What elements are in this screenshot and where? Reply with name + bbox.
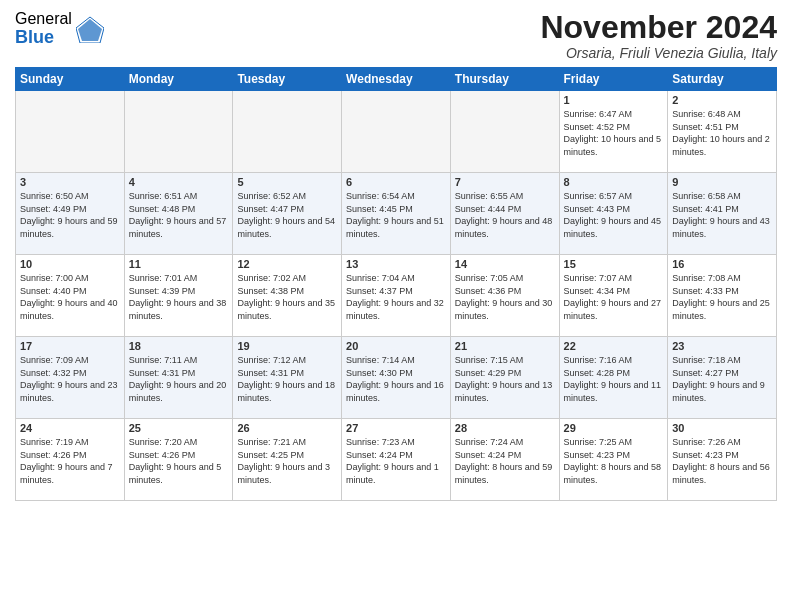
day-info: Sunrise: 7:12 AM Sunset: 4:31 PM Dayligh…: [237, 354, 337, 404]
table-row: 19Sunrise: 7:12 AM Sunset: 4:31 PM Dayli…: [233, 337, 342, 419]
day-number: 17: [20, 340, 120, 352]
day-info: Sunrise: 7:25 AM Sunset: 4:23 PM Dayligh…: [564, 436, 664, 486]
table-row: 25Sunrise: 7:20 AM Sunset: 4:26 PM Dayli…: [124, 419, 233, 501]
day-info: Sunrise: 7:00 AM Sunset: 4:40 PM Dayligh…: [20, 272, 120, 322]
day-number: 29: [564, 422, 664, 434]
day-info: Sunrise: 7:01 AM Sunset: 4:39 PM Dayligh…: [129, 272, 229, 322]
day-info: Sunrise: 6:51 AM Sunset: 4:48 PM Dayligh…: [129, 190, 229, 240]
logo-blue: Blue: [15, 28, 72, 48]
table-row: 29Sunrise: 7:25 AM Sunset: 4:23 PM Dayli…: [559, 419, 668, 501]
day-number: 1: [564, 94, 664, 106]
day-number: 20: [346, 340, 446, 352]
day-info: Sunrise: 7:11 AM Sunset: 4:31 PM Dayligh…: [129, 354, 229, 404]
day-info: Sunrise: 7:05 AM Sunset: 4:36 PM Dayligh…: [455, 272, 555, 322]
day-info: Sunrise: 7:15 AM Sunset: 4:29 PM Dayligh…: [455, 354, 555, 404]
day-info: Sunrise: 7:02 AM Sunset: 4:38 PM Dayligh…: [237, 272, 337, 322]
calendar-week-row: 17Sunrise: 7:09 AM Sunset: 4:32 PM Dayli…: [16, 337, 777, 419]
day-info: Sunrise: 7:23 AM Sunset: 4:24 PM Dayligh…: [346, 436, 446, 486]
day-number: 30: [672, 422, 772, 434]
table-row: 23Sunrise: 7:18 AM Sunset: 4:27 PM Dayli…: [668, 337, 777, 419]
day-info: Sunrise: 7:20 AM Sunset: 4:26 PM Dayligh…: [129, 436, 229, 486]
header-friday: Friday: [559, 68, 668, 91]
day-number: 23: [672, 340, 772, 352]
day-number: 10: [20, 258, 120, 270]
table-row: 8Sunrise: 6:57 AM Sunset: 4:43 PM Daylig…: [559, 173, 668, 255]
table-row: 11Sunrise: 7:01 AM Sunset: 4:39 PM Dayli…: [124, 255, 233, 337]
day-info: Sunrise: 6:48 AM Sunset: 4:51 PM Dayligh…: [672, 108, 772, 158]
day-info: Sunrise: 7:24 AM Sunset: 4:24 PM Dayligh…: [455, 436, 555, 486]
day-info: Sunrise: 7:18 AM Sunset: 4:27 PM Dayligh…: [672, 354, 772, 404]
day-info: Sunrise: 7:04 AM Sunset: 4:37 PM Dayligh…: [346, 272, 446, 322]
table-row: 17Sunrise: 7:09 AM Sunset: 4:32 PM Dayli…: [16, 337, 125, 419]
day-info: Sunrise: 7:19 AM Sunset: 4:26 PM Dayligh…: [20, 436, 120, 486]
table-row: 20Sunrise: 7:14 AM Sunset: 4:30 PM Dayli…: [342, 337, 451, 419]
day-number: 26: [237, 422, 337, 434]
day-info: Sunrise: 7:21 AM Sunset: 4:25 PM Dayligh…: [237, 436, 337, 486]
day-info: Sunrise: 7:16 AM Sunset: 4:28 PM Dayligh…: [564, 354, 664, 404]
table-row: 9Sunrise: 6:58 AM Sunset: 4:41 PM Daylig…: [668, 173, 777, 255]
table-row: [342, 91, 451, 173]
table-row: 3Sunrise: 6:50 AM Sunset: 4:49 PM Daylig…: [16, 173, 125, 255]
header: General Blue November 2024 Orsaria, Friu…: [15, 10, 777, 61]
day-info: Sunrise: 7:09 AM Sunset: 4:32 PM Dayligh…: [20, 354, 120, 404]
day-number: 8: [564, 176, 664, 188]
logo-text: General Blue: [15, 10, 72, 47]
svg-marker-0: [78, 19, 102, 41]
day-info: Sunrise: 6:58 AM Sunset: 4:41 PM Dayligh…: [672, 190, 772, 240]
day-info: Sunrise: 6:47 AM Sunset: 4:52 PM Dayligh…: [564, 108, 664, 158]
table-row: [233, 91, 342, 173]
table-row: 4Sunrise: 6:51 AM Sunset: 4:48 PM Daylig…: [124, 173, 233, 255]
table-row: 7Sunrise: 6:55 AM Sunset: 4:44 PM Daylig…: [450, 173, 559, 255]
day-number: 3: [20, 176, 120, 188]
day-number: 9: [672, 176, 772, 188]
calendar-week-row: 1Sunrise: 6:47 AM Sunset: 4:52 PM Daylig…: [16, 91, 777, 173]
day-number: 27: [346, 422, 446, 434]
subtitle: Orsaria, Friuli Venezia Giulia, Italy: [540, 45, 777, 61]
day-number: 2: [672, 94, 772, 106]
calendar-header-row: Sunday Monday Tuesday Wednesday Thursday…: [16, 68, 777, 91]
day-number: 22: [564, 340, 664, 352]
table-row: 12Sunrise: 7:02 AM Sunset: 4:38 PM Dayli…: [233, 255, 342, 337]
day-number: 25: [129, 422, 229, 434]
month-title: November 2024: [540, 10, 777, 45]
header-thursday: Thursday: [450, 68, 559, 91]
day-info: Sunrise: 6:50 AM Sunset: 4:49 PM Dayligh…: [20, 190, 120, 240]
table-row: 16Sunrise: 7:08 AM Sunset: 4:33 PM Dayli…: [668, 255, 777, 337]
table-row: [450, 91, 559, 173]
day-info: Sunrise: 7:26 AM Sunset: 4:23 PM Dayligh…: [672, 436, 772, 486]
page: General Blue November 2024 Orsaria, Friu…: [0, 0, 792, 612]
table-row: 21Sunrise: 7:15 AM Sunset: 4:29 PM Dayli…: [450, 337, 559, 419]
table-row: 26Sunrise: 7:21 AM Sunset: 4:25 PM Dayli…: [233, 419, 342, 501]
day-number: 5: [237, 176, 337, 188]
day-info: Sunrise: 7:08 AM Sunset: 4:33 PM Dayligh…: [672, 272, 772, 322]
day-number: 21: [455, 340, 555, 352]
day-info: Sunrise: 6:57 AM Sunset: 4:43 PM Dayligh…: [564, 190, 664, 240]
table-row: 1Sunrise: 6:47 AM Sunset: 4:52 PM Daylig…: [559, 91, 668, 173]
day-number: 16: [672, 258, 772, 270]
header-monday: Monday: [124, 68, 233, 91]
table-row: [16, 91, 125, 173]
header-sunday: Sunday: [16, 68, 125, 91]
table-row: 18Sunrise: 7:11 AM Sunset: 4:31 PM Dayli…: [124, 337, 233, 419]
day-number: 24: [20, 422, 120, 434]
day-number: 13: [346, 258, 446, 270]
table-row: 15Sunrise: 7:07 AM Sunset: 4:34 PM Dayli…: [559, 255, 668, 337]
day-number: 28: [455, 422, 555, 434]
day-number: 4: [129, 176, 229, 188]
day-number: 18: [129, 340, 229, 352]
header-wednesday: Wednesday: [342, 68, 451, 91]
table-row: 30Sunrise: 7:26 AM Sunset: 4:23 PM Dayli…: [668, 419, 777, 501]
table-row: 6Sunrise: 6:54 AM Sunset: 4:45 PM Daylig…: [342, 173, 451, 255]
table-row: 10Sunrise: 7:00 AM Sunset: 4:40 PM Dayli…: [16, 255, 125, 337]
calendar-week-row: 3Sunrise: 6:50 AM Sunset: 4:49 PM Daylig…: [16, 173, 777, 255]
title-section: November 2024 Orsaria, Friuli Venezia Gi…: [540, 10, 777, 61]
day-number: 12: [237, 258, 337, 270]
table-row: 14Sunrise: 7:05 AM Sunset: 4:36 PM Dayli…: [450, 255, 559, 337]
table-row: 13Sunrise: 7:04 AM Sunset: 4:37 PM Dayli…: [342, 255, 451, 337]
day-number: 15: [564, 258, 664, 270]
table-row: 5Sunrise: 6:52 AM Sunset: 4:47 PM Daylig…: [233, 173, 342, 255]
header-tuesday: Tuesday: [233, 68, 342, 91]
table-row: [124, 91, 233, 173]
calendar-week-row: 10Sunrise: 7:00 AM Sunset: 4:40 PM Dayli…: [16, 255, 777, 337]
table-row: 28Sunrise: 7:24 AM Sunset: 4:24 PM Dayli…: [450, 419, 559, 501]
